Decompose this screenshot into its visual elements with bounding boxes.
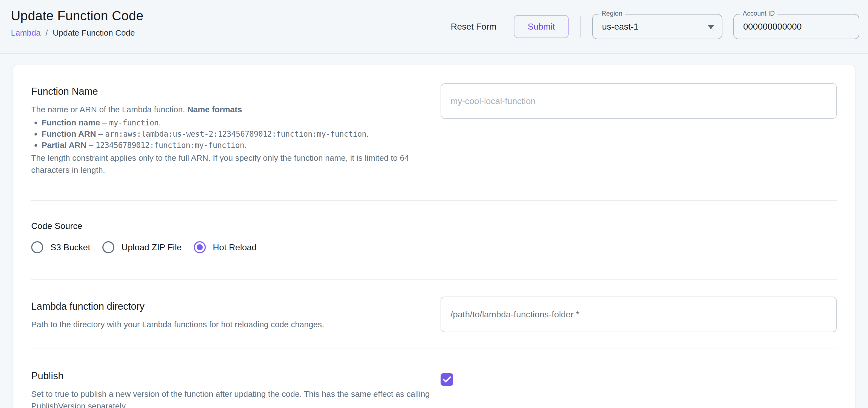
bullet-suffix: . [366,129,369,138]
bullet-suffix: . [159,118,161,127]
radio-dot [34,244,40,250]
list-item: Partial ARN – 123456789012:function:my-f… [31,140,437,151]
publish-checkbox-wrap [440,370,837,386]
breadcrumb: Lambda / Update Function Code [11,28,144,38]
section-directory: Lambda function directory Path to the di… [31,279,837,349]
function-name-input-wrap [440,85,837,119]
radio-label: S3 Bucket [50,242,90,253]
bullet-bold: Partial ARN [41,141,87,149]
bullet-code: 123456789012:function:my-function [95,141,244,150]
function-name-description: The name or ARN of the Lambda function. … [31,104,437,116]
reset-form-button[interactable]: Reset Form [447,16,500,37]
bullet-bold: Function ARN [41,129,96,138]
region-select-label: Region [599,9,625,17]
header-title-block: Update Function Code Lambda / Update Fun… [11,0,144,53]
radio-icon [31,241,43,253]
radio-label: Upload ZIP File [122,242,182,253]
radio-icon [102,241,114,253]
submit-button[interactable]: Submit [514,15,569,38]
bullet-bold: Function name [41,118,100,127]
header-actions: Reset Form Submit Region us-east-1 Accou… [447,0,859,53]
bullet-code: my-function [109,118,159,127]
bullet-sep: – [100,118,109,127]
code-source-group: Code Source S3 Bucket Upload ZIP File [31,221,837,253]
directory-input-wrap [440,300,837,332]
header-divider [580,16,581,37]
name-format-list: Function name – my-function. Function AR… [31,117,437,151]
publish-heading: Publish [31,370,437,382]
section-publish: Publish Set to true to publish a new ver… [31,349,837,408]
directory-heading: Lambda function directory [31,300,437,313]
list-item: Function name – my-function. [31,117,437,128]
list-item: Function ARN – arn:aws:lambda:us-west-2:… [31,128,437,140]
code-source-options: S3 Bucket Upload ZIP File Hot Reload [31,241,837,253]
publish-description: Set to true to publish a new version of … [31,388,437,408]
account-id-field: Account ID [733,14,859,39]
function-name-input[interactable] [440,83,837,119]
directory-info: Lambda function directory Path to the di… [31,300,437,330]
function-name-info: Function Name The name or ARN of the Lam… [31,85,437,176]
directory-description: Path to the directory with your Lambda f… [31,318,437,330]
radio-label: Hot Reload [213,242,257,253]
bullet-sep: – [87,141,95,149]
breadcrumb-separator: / [45,28,48,38]
function-name-constraint-note: The length constraint applies only to th… [31,152,437,176]
publish-info: Publish Set to true to publish a new ver… [31,370,437,408]
page-body: Function Name The name or ARN of the Lam… [0,54,868,408]
directory-input[interactable] [440,296,837,332]
breadcrumb-link-lambda[interactable]: Lambda [11,28,40,38]
radio-icon [194,241,206,253]
account-id-label: Account ID [740,9,777,17]
section-code-source: Code Source S3 Bucket Upload ZIP File [31,200,837,279]
radio-upload-zip-file[interactable]: Upload ZIP File [102,241,182,253]
app-window: Update Function Code Lambda / Update Fun… [0,0,868,408]
chevron-down-icon [708,25,714,29]
publish-checkbox[interactable] [440,373,453,386]
radio-hot-reload[interactable]: Hot Reload [194,241,257,253]
check-icon [443,376,451,383]
desc-intro-text: The name or ARN of the Lambda function. [31,105,187,114]
bullet-suffix: . [244,141,246,149]
function-name-heading: Function Name [31,85,437,97]
breadcrumb-current: Update Function Code [53,28,135,38]
region-select-value: us-east-1 [593,22,722,32]
region-select[interactable]: Region us-east-1 [592,14,722,39]
desc-intro-bold: Name formats [187,105,242,114]
bullet-code: arn:aws:lambda:us-west-2:123456789012:fu… [105,129,366,139]
radio-dot [197,244,203,250]
page-header: Update Function Code Lambda / Update Fun… [0,0,868,54]
form-card: Function Name The name or ARN of the Lam… [12,65,856,408]
radio-dot [105,244,112,250]
section-function-name: Function Name The name or ARN of the Lam… [31,65,837,200]
radio-s3-bucket[interactable]: S3 Bucket [31,241,90,253]
code-source-label: Code Source [31,221,837,231]
account-id-input[interactable] [734,21,859,32]
page-title: Update Function Code [11,8,144,24]
bullet-sep: – [96,129,105,138]
